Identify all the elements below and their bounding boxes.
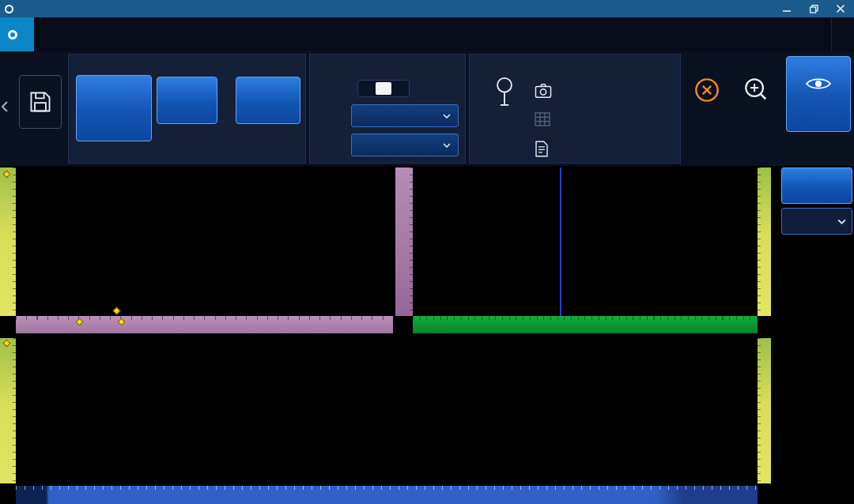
chevron-down-icon	[443, 143, 451, 148]
tofd-view[interactable]	[413, 167, 758, 316]
toolbar	[0, 51, 854, 166]
gain-field[interactable]	[76, 75, 152, 141]
cscan-amplitude-scale[interactable]	[758, 338, 771, 483]
print-screen-icon[interactable]	[535, 83, 552, 99]
save-icon	[28, 90, 52, 114]
readings-sidebar	[781, 166, 854, 504]
menu-omnipc[interactable]	[0, 17, 34, 51]
reset-zoom-icon[interactable]	[694, 77, 720, 103]
auto-field[interactable]	[157, 77, 217, 124]
vpa-field[interactable]	[236, 77, 300, 124]
gate-marker-diamond-icon[interactable]	[3, 171, 11, 179]
omnipc-window	[0, 0, 854, 504]
cursor-marker-icon[interactable]	[118, 318, 126, 326]
groups-dropdown[interactable]	[351, 134, 459, 156]
add-indication-icon[interactable]	[493, 76, 516, 111]
app-logo-icon	[5, 5, 13, 13]
single-multiple-toggle[interactable]	[357, 80, 410, 97]
ascan-waveform	[16, 167, 393, 316]
cursor-marker-icon[interactable]	[76, 318, 84, 326]
close-button[interactable]	[827, 0, 854, 17]
ascan-amplitude-scale[interactable]	[0, 167, 16, 316]
close-icon	[837, 5, 845, 13]
chevron-down-icon	[443, 114, 451, 118]
minimize-button[interactable]	[773, 0, 800, 17]
cscan-scan-ruler[interactable]	[16, 486, 758, 504]
view-button[interactable]	[786, 56, 851, 132]
groups-layout-panel	[309, 54, 466, 164]
collapse-toolbar-button[interactable]	[2, 99, 11, 115]
restore-button[interactable]	[800, 0, 827, 17]
tofd-depth-scale[interactable]	[395, 167, 413, 316]
omnipc-logo-icon	[8, 30, 17, 39]
zoom-icon[interactable]	[743, 77, 769, 102]
indications-panel	[469, 54, 681, 164]
tofd-cursor-line[interactable]	[560, 167, 561, 316]
chevron-down-icon	[837, 219, 846, 224]
chevron-left-icon	[2, 101, 8, 112]
titlebar	[0, 0, 854, 17]
data-panel	[68, 54, 306, 164]
cscan-image	[16, 338, 758, 483]
group-mode-dropdown[interactable]	[781, 208, 852, 235]
ascan-ultrasound-ruler[interactable]	[16, 316, 393, 333]
toggle-knob[interactable]	[376, 82, 391, 95]
indication-table-icon	[535, 112, 550, 126]
layouts-dropdown[interactable]	[351, 104, 459, 127]
ascan-view[interactable]	[16, 167, 393, 316]
tofd-index-ruler[interactable]	[413, 316, 758, 333]
cscan-view[interactable]	[16, 338, 758, 483]
cscan-index-scale[interactable]	[0, 338, 16, 483]
tofd-image	[413, 167, 758, 316]
restore-icon	[810, 5, 818, 13]
minimize-icon	[783, 5, 791, 13]
eye-icon	[805, 76, 832, 92]
scan-position-field[interactable]	[781, 167, 852, 204]
display-area	[0, 166, 854, 504]
report-icon[interactable]	[535, 141, 549, 157]
tofd-amplitude-scale[interactable]	[758, 167, 771, 316]
menubar	[0, 17, 854, 51]
save-button[interactable]	[19, 75, 62, 129]
window-controls	[773, 0, 854, 17]
version-label	[831, 17, 854, 51]
gate-marker-diamond-icon[interactable]	[3, 340, 11, 348]
